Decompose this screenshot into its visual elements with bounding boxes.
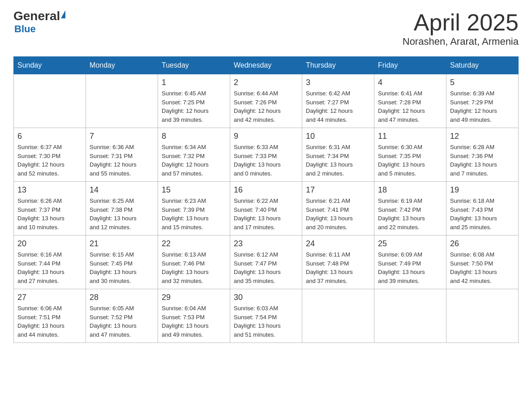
calendar-day-header: Tuesday	[158, 57, 230, 74]
calendar-cell: 27Sunrise: 6:06 AMSunset: 7:51 PMDayligh…	[14, 289, 86, 343]
calendar-week-row: 20Sunrise: 6:16 AMSunset: 7:44 PMDayligh…	[14, 235, 519, 289]
day-number: 16	[234, 185, 298, 195]
day-info: Sunrise: 6:30 AMSunset: 7:35 PMDaylight:…	[378, 143, 442, 178]
day-info: Sunrise: 6:15 AMSunset: 7:45 PMDaylight:…	[90, 250, 154, 285]
day-number: 15	[162, 185, 226, 195]
day-info: Sunrise: 6:28 AMSunset: 7:36 PMDaylight:…	[450, 143, 515, 178]
calendar-cell: 15Sunrise: 6:23 AMSunset: 7:39 PMDayligh…	[158, 182, 230, 235]
day-info: Sunrise: 6:13 AMSunset: 7:46 PMDaylight:…	[162, 250, 226, 285]
calendar-cell: 7Sunrise: 6:36 AMSunset: 7:31 PMDaylight…	[86, 128, 158, 182]
day-number: 29	[162, 293, 226, 302]
day-number: 23	[234, 239, 298, 248]
title-section: April 2025 Norashen, Ararat, Armenia	[403, 9, 519, 47]
day-number: 24	[306, 239, 370, 248]
calendar-day-header: Saturday	[446, 57, 519, 74]
calendar-cell: 22Sunrise: 6:13 AMSunset: 7:46 PMDayligh…	[158, 235, 230, 289]
logo-triangle-icon	[61, 10, 65, 18]
page-header: General Blue April 2025 Norashen, Ararat…	[13, 9, 519, 47]
day-info: Sunrise: 6:26 AMSunset: 7:37 PMDaylight:…	[17, 197, 82, 231]
logo-blue-text: Blue	[14, 23, 36, 35]
calendar-cell: 21Sunrise: 6:15 AMSunset: 7:45 PMDayligh…	[86, 235, 158, 289]
day-number: 25	[378, 239, 442, 248]
calendar-cell: 11Sunrise: 6:30 AMSunset: 7:35 PMDayligh…	[374, 128, 446, 182]
calendar-cell: 30Sunrise: 6:03 AMSunset: 7:54 PMDayligh…	[230, 289, 302, 343]
day-number: 11	[378, 132, 442, 141]
calendar-cell	[86, 74, 158, 128]
day-number: 9	[234, 132, 298, 141]
day-number: 5	[450, 78, 515, 87]
month-title: April 2025	[403, 9, 519, 36]
day-info: Sunrise: 6:25 AMSunset: 7:38 PMDaylight:…	[90, 197, 154, 231]
calendar-cell: 6Sunrise: 6:37 AMSunset: 7:30 PMDaylight…	[14, 128, 86, 182]
calendar-day-header: Thursday	[302, 57, 374, 74]
calendar-cell: 3Sunrise: 6:42 AMSunset: 7:27 PMDaylight…	[302, 74, 374, 128]
day-info: Sunrise: 6:05 AMSunset: 7:52 PMDaylight:…	[90, 304, 154, 339]
calendar-cell: 28Sunrise: 6:05 AMSunset: 7:52 PMDayligh…	[86, 289, 158, 343]
day-number: 2	[234, 78, 298, 87]
calendar-week-row: 6Sunrise: 6:37 AMSunset: 7:30 PMDaylight…	[14, 128, 519, 182]
calendar-week-row: 27Sunrise: 6:06 AMSunset: 7:51 PMDayligh…	[14, 289, 519, 343]
day-number: 7	[90, 132, 154, 141]
calendar-cell: 20Sunrise: 6:16 AMSunset: 7:44 PMDayligh…	[14, 235, 86, 289]
day-info: Sunrise: 6:03 AMSunset: 7:54 PMDaylight:…	[234, 304, 298, 339]
day-info: Sunrise: 6:37 AMSunset: 7:30 PMDaylight:…	[17, 143, 82, 178]
day-info: Sunrise: 6:33 AMSunset: 7:33 PMDaylight:…	[234, 143, 298, 178]
day-number: 14	[90, 185, 154, 195]
calendar-cell: 17Sunrise: 6:21 AMSunset: 7:41 PMDayligh…	[302, 182, 374, 235]
day-number: 22	[162, 239, 226, 248]
day-number: 28	[90, 293, 154, 302]
day-number: 13	[17, 185, 82, 195]
calendar-cell	[14, 74, 86, 128]
day-info: Sunrise: 6:11 AMSunset: 7:48 PMDaylight:…	[306, 250, 370, 285]
day-info: Sunrise: 6:31 AMSunset: 7:34 PMDaylight:…	[306, 143, 370, 178]
calendar-cell: 14Sunrise: 6:25 AMSunset: 7:38 PMDayligh…	[86, 182, 158, 235]
calendar-cell: 24Sunrise: 6:11 AMSunset: 7:48 PMDayligh…	[302, 235, 374, 289]
calendar-cell: 12Sunrise: 6:28 AMSunset: 7:36 PMDayligh…	[446, 128, 519, 182]
day-number: 3	[306, 78, 370, 87]
calendar-week-row: 1Sunrise: 6:45 AMSunset: 7:25 PMDaylight…	[14, 74, 519, 128]
calendar-day-header: Monday	[86, 57, 158, 74]
calendar-cell	[302, 289, 374, 343]
calendar-cell: 1Sunrise: 6:45 AMSunset: 7:25 PMDaylight…	[158, 74, 230, 128]
day-info: Sunrise: 6:42 AMSunset: 7:27 PMDaylight:…	[306, 89, 370, 124]
calendar-cell: 16Sunrise: 6:22 AMSunset: 7:40 PMDayligh…	[230, 182, 302, 235]
day-info: Sunrise: 6:22 AMSunset: 7:40 PMDaylight:…	[234, 197, 298, 231]
location-title: Norashen, Ararat, Armenia	[403, 36, 519, 47]
day-number: 26	[450, 239, 515, 248]
calendar-cell: 26Sunrise: 6:08 AMSunset: 7:50 PMDayligh…	[446, 235, 519, 289]
day-number: 12	[450, 132, 515, 141]
day-number: 10	[306, 132, 370, 141]
day-number: 30	[234, 293, 298, 302]
day-info: Sunrise: 6:12 AMSunset: 7:47 PMDaylight:…	[234, 250, 298, 285]
logo-general-text: General	[13, 9, 60, 23]
calendar-cell: 23Sunrise: 6:12 AMSunset: 7:47 PMDayligh…	[230, 235, 302, 289]
calendar-table: SundayMondayTuesdayWednesdayThursdayFrid…	[13, 56, 519, 343]
calendar-cell: 2Sunrise: 6:44 AMSunset: 7:26 PMDaylight…	[230, 74, 302, 128]
calendar-week-row: 13Sunrise: 6:26 AMSunset: 7:37 PMDayligh…	[14, 182, 519, 235]
day-number: 1	[162, 78, 226, 87]
calendar-cell: 5Sunrise: 6:39 AMSunset: 7:29 PMDaylight…	[446, 74, 519, 128]
day-number: 4	[378, 78, 442, 87]
calendar-cell: 4Sunrise: 6:41 AMSunset: 7:28 PMDaylight…	[374, 74, 446, 128]
day-info: Sunrise: 6:19 AMSunset: 7:42 PMDaylight:…	[378, 197, 442, 231]
calendar-day-header: Friday	[374, 57, 446, 74]
day-number: 17	[306, 185, 370, 195]
calendar-cell: 10Sunrise: 6:31 AMSunset: 7:34 PMDayligh…	[302, 128, 374, 182]
day-info: Sunrise: 6:45 AMSunset: 7:25 PMDaylight:…	[162, 89, 226, 124]
day-number: 8	[162, 132, 226, 141]
calendar-cell: 19Sunrise: 6:18 AMSunset: 7:43 PMDayligh…	[446, 182, 519, 235]
day-info: Sunrise: 6:34 AMSunset: 7:32 PMDaylight:…	[162, 143, 226, 178]
day-info: Sunrise: 6:18 AMSunset: 7:43 PMDaylight:…	[450, 197, 515, 231]
calendar-cell: 9Sunrise: 6:33 AMSunset: 7:33 PMDaylight…	[230, 128, 302, 182]
day-number: 18	[378, 185, 442, 195]
day-number: 21	[90, 239, 154, 248]
calendar-cell: 13Sunrise: 6:26 AMSunset: 7:37 PMDayligh…	[14, 182, 86, 235]
day-info: Sunrise: 6:36 AMSunset: 7:31 PMDaylight:…	[90, 143, 154, 178]
day-number: 20	[17, 239, 82, 248]
day-info: Sunrise: 6:23 AMSunset: 7:39 PMDaylight:…	[162, 197, 226, 231]
day-info: Sunrise: 6:06 AMSunset: 7:51 PMDaylight:…	[17, 304, 82, 339]
day-info: Sunrise: 6:04 AMSunset: 7:53 PMDaylight:…	[162, 304, 226, 339]
day-info: Sunrise: 6:41 AMSunset: 7:28 PMDaylight:…	[378, 89, 442, 124]
calendar-cell: 18Sunrise: 6:19 AMSunset: 7:42 PMDayligh…	[374, 182, 446, 235]
calendar-cell: 8Sunrise: 6:34 AMSunset: 7:32 PMDaylight…	[158, 128, 230, 182]
